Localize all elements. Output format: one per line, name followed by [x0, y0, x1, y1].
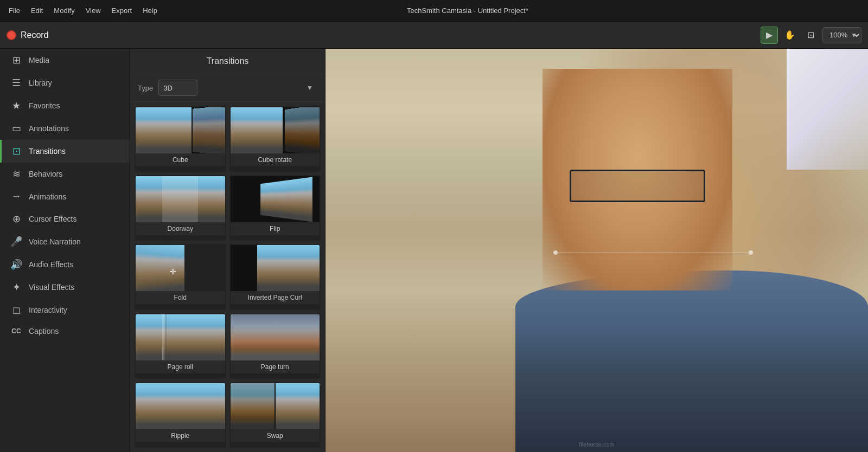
transition-thumb-swap: [231, 383, 320, 429]
transition-label-page-turn: Page turn: [231, 360, 320, 373]
zoom-wrapper: 100% 50% 75% 125% 150% 200% ▼: [822, 27, 861, 43]
thumb-fold-visual: ✛: [136, 245, 225, 291]
transition-label-cube: Cube: [136, 153, 225, 166]
sidebar-label-annotations: Annotations: [29, 124, 69, 133]
transition-thumb-ipc: [231, 245, 320, 291]
sidebar-label-voice-narration: Voice Narration: [29, 237, 81, 246]
transition-thumb-fold: ✛: [136, 245, 225, 291]
sidebar-label-animations: Animations: [29, 192, 66, 201]
menu-edit[interactable]: Edit: [31, 7, 43, 15]
media-icon: ⊞: [10, 54, 22, 66]
thumb-flip-visual: [231, 176, 320, 222]
sidebar-item-behaviors[interactable]: ≋ Behaviors: [0, 163, 130, 185]
menu-bar: File Edit Modify View Export Help: [9, 7, 157, 15]
crop-tool-button[interactable]: ⊡: [802, 27, 819, 44]
sidebar-item-library[interactable]: ☰ Library: [0, 72, 130, 94]
record-indicator: [7, 30, 16, 40]
sidebar-item-captions[interactable]: CC Captions: [0, 321, 130, 341]
transition-item-cube-rotate[interactable]: Cube rotate: [229, 106, 321, 172]
sidebar-item-voice-narration[interactable]: 🎤 Voice Narration: [0, 230, 130, 253]
transition-item-inverted-page-curl[interactable]: Inverted Page Curl: [229, 244, 321, 309]
sidebar-item-visual-effects[interactable]: ✦ Visual Effects: [0, 276, 130, 299]
toolbar-tools: ▶ ✋ ⊡ 100% 50% 75% 125% 150% 200% ▼: [761, 27, 861, 44]
menu-modify[interactable]: Modify: [54, 7, 74, 15]
sidebar-item-media[interactable]: ⊞ Media: [0, 49, 130, 72]
sidebar-label-interactivity: Interactivity: [29, 306, 67, 314]
sidebar-label-visual-effects: Visual Effects: [29, 283, 74, 292]
sidebar-item-transitions[interactable]: ⊡ Transitions: [0, 140, 130, 163]
transition-item-page-roll[interactable]: Page roll: [135, 313, 226, 379]
voice-narration-icon: 🎤: [10, 236, 22, 248]
transition-label-cube-rotate: Cube rotate: [231, 153, 320, 166]
transition-label-flip: Flip: [231, 222, 320, 235]
panel-title: Transitions: [130, 49, 325, 74]
transition-item-cube[interactable]: Cube: [135, 106, 226, 172]
menu-help[interactable]: Help: [143, 7, 157, 15]
transition-item-fold[interactable]: ✛ Fold: [135, 244, 226, 309]
transition-item-swap[interactable]: Swap: [229, 382, 321, 448]
annotations-icon: ▭: [10, 122, 22, 134]
cube-right-face: [193, 107, 225, 153]
title-bar: File Edit Modify View Export Help TechSm…: [0, 0, 868, 22]
transitions-panel: Transitions Type 3D Alpha Blend Blur Clo…: [130, 49, 326, 452]
transition-thumb-flip: [231, 176, 320, 222]
transition-label-page-roll: Page roll: [136, 360, 225, 373]
main-area: ⊞ Media ☰ Library ★ Favorites ▭ Annotati…: [0, 49, 868, 452]
transition-thumb-page-roll: [136, 314, 225, 360]
transition-item-doorway[interactable]: Doorway: [135, 175, 226, 241]
shirt-layer: [515, 270, 868, 452]
audio-effects-icon: 🔊: [10, 259, 22, 270]
record-label: Record: [21, 30, 49, 40]
thumb-pageturn-visual: [231, 314, 320, 360]
menu-file[interactable]: File: [9, 7, 20, 15]
type-select-arrow: ▼: [307, 84, 313, 92]
thumb-cuberotate-visual: [231, 107, 320, 153]
transition-thumb-cube-rotate: [231, 107, 320, 153]
video-preview: filehorse.com: [326, 49, 868, 452]
glasses-layer: [570, 170, 705, 202]
thumb-swap-visual: [231, 383, 320, 429]
sidebar-label-behaviors: Behaviors: [29, 170, 62, 178]
type-row: Type 3D Alpha Blend Blur Clock Fade Push…: [130, 74, 325, 102]
select-tool-button[interactable]: ▶: [761, 27, 778, 44]
transition-thumb-cube: [136, 107, 225, 153]
sidebar-label-captions: Captions: [29, 327, 59, 335]
cube-left-face: [136, 107, 192, 153]
swap-side1: [231, 383, 275, 429]
transition-item-page-turn[interactable]: Page turn: [229, 313, 321, 379]
favorites-icon: ★: [10, 100, 22, 112]
sidebar-label-transitions: Transitions: [29, 147, 66, 156]
watermark: filehorse.com: [579, 441, 614, 448]
transition-label-fold: Fold: [136, 291, 225, 304]
sidebar-item-interactivity[interactable]: ◻ Interactivity: [0, 299, 130, 321]
record-button[interactable]: Record: [7, 30, 49, 40]
transition-thumb-page-turn: [231, 314, 320, 360]
sidebar-item-cursor-effects[interactable]: ⊕ Cursor Effects: [0, 208, 130, 230]
transitions-icon: ⊡: [10, 145, 22, 157]
sidebar-item-audio-effects[interactable]: 🔊 Audio Effects: [0, 253, 130, 276]
menu-view[interactable]: View: [86, 7, 101, 15]
type-select[interactable]: 3D Alpha Blend Blur Clock Fade Push: [158, 80, 197, 96]
thumb-ripple-visual: [136, 383, 225, 429]
cuberotate-face1: [231, 107, 283, 153]
sidebar-label-favorites: Favorites: [29, 101, 60, 110]
sidebar-item-annotations[interactable]: ▭ Annotations: [0, 117, 130, 140]
thumb-doorway-visual: [136, 176, 225, 222]
window-light: [787, 49, 868, 170]
transition-label-swap: Swap: [231, 429, 320, 442]
sidebar-label-audio-effects: Audio Effects: [29, 260, 73, 269]
sidebar-label-library: Library: [29, 79, 52, 87]
sidebar-item-animations[interactable]: → Animations: [0, 185, 130, 208]
menu-export[interactable]: Export: [112, 7, 132, 15]
transition-item-ripple[interactable]: Ripple: [135, 382, 226, 448]
video-content: filehorse.com: [326, 49, 868, 452]
transition-thumb-doorway: [136, 176, 225, 222]
sidebar-label-cursor-effects: Cursor Effects: [29, 215, 76, 223]
transition-item-flip[interactable]: Flip: [229, 175, 321, 241]
zoom-select[interactable]: 100% 50% 75% 125% 150% 200%: [822, 27, 861, 43]
preview-area: filehorse.com: [326, 49, 868, 452]
sidebar-item-favorites[interactable]: ★ Favorites: [0, 94, 130, 117]
hand-tool-button[interactable]: ✋: [781, 27, 799, 44]
transition-thumb-ripple: [136, 383, 225, 429]
sidebar: ⊞ Media ☰ Library ★ Favorites ▭ Annotati…: [0, 49, 130, 452]
